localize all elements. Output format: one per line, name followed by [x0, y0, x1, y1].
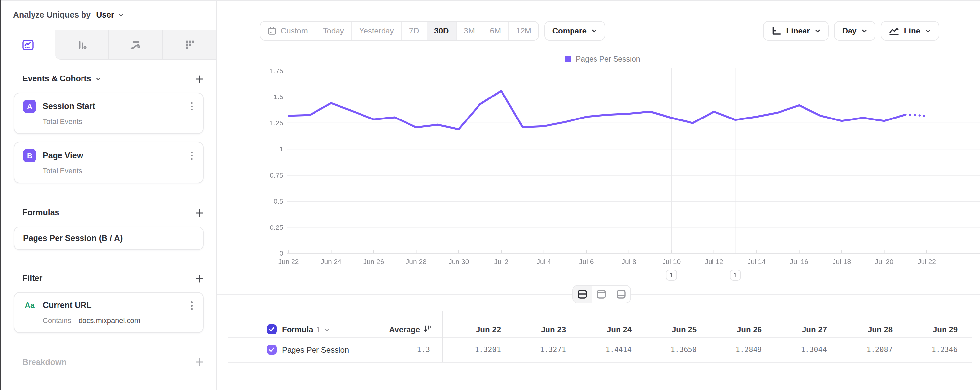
select-all-checkbox[interactable]: [267, 324, 277, 334]
event-card-session-start[interactable]: A Session Start Total Events: [14, 93, 204, 134]
insights-report: Analyze Uniques by User: [0, 0, 980, 390]
kebab-menu-icon[interactable]: [189, 100, 194, 113]
x-tick-label: Jul 22: [918, 258, 936, 265]
chevron-down-icon: [591, 28, 598, 34]
date-range-selector: Custom Today Yesterday 7D 30D 3M 6M 12M: [259, 21, 539, 41]
table-row-label[interactable]: Pages Per Session: [282, 346, 349, 355]
table-cell: 1.3044: [768, 346, 827, 354]
line-chart[interactable]: 00.250.50.7511.251.51.75Jun 22Jun 24Jun …: [267, 63, 980, 286]
add-formula-button[interactable]: [195, 208, 204, 217]
chevron-down-icon: [324, 327, 330, 333]
analyze-uniques-by-dropdown[interactable]: User: [96, 11, 115, 20]
event-name[interactable]: Page View: [43, 151, 182, 160]
range-custom-button[interactable]: Custom: [260, 22, 316, 40]
date-column-header[interactable]: Jun 28: [834, 325, 892, 334]
breakdown-section-header: Breakdown: [22, 357, 204, 368]
formula-column-header[interactable]: Formula1: [282, 325, 330, 334]
filter-operator[interactable]: Contains: [43, 317, 71, 324]
x-tick-label: Jul 20: [875, 258, 894, 265]
x-tick-label: Jun 30: [448, 258, 469, 265]
range-30d-button[interactable]: 30D: [427, 22, 457, 40]
table-row-divider: [228, 362, 972, 363]
filter-condition[interactable]: Containsdocs.mixpanel.com: [43, 317, 194, 324]
tab-flows[interactable]: [108, 30, 162, 59]
bar-chart-icon: [75, 38, 88, 51]
date-column-header[interactable]: Jun 25: [638, 325, 697, 334]
filter-section-title: Filter: [22, 274, 42, 283]
tab-retention[interactable]: [162, 30, 216, 59]
layout-chart-button[interactable]: [592, 285, 611, 303]
filter-value[interactable]: docs.mixpanel.com: [78, 317, 140, 324]
sort-descending-icon[interactable]: [423, 324, 431, 333]
add-breakdown-button[interactable]: [195, 358, 204, 367]
insights-line-chart-icon: [22, 39, 34, 51]
range-3m-button[interactable]: 3M: [457, 22, 482, 40]
range-12m-button[interactable]: 12M: [509, 22, 539, 40]
event-measure[interactable]: Total Events: [43, 117, 194, 125]
y-tick-label: 1.5: [274, 93, 283, 100]
formulas-section-header: Formulas: [22, 207, 204, 219]
x-tick-label: Jul 16: [790, 258, 808, 265]
y-tick-label: 0: [279, 249, 283, 257]
breakdown-section-title: Breakdown: [22, 358, 67, 367]
date-column-header[interactable]: Jun 22: [442, 325, 501, 334]
retention-grid-icon: [183, 38, 196, 51]
query-sections: Events & Cohorts A Session Start Total E…: [1, 60, 216, 368]
range-today-button[interactable]: Today: [316, 22, 352, 40]
layout-table-button[interactable]: [611, 285, 630, 303]
tab-bar-chart[interactable]: [54, 30, 108, 59]
range-7d-button[interactable]: 7D: [402, 22, 427, 40]
analyze-header: Analyze Uniques by User: [1, 1, 216, 30]
granularity-selector-button[interactable]: Day: [834, 21, 876, 41]
check-icon: [268, 346, 275, 353]
event-measure[interactable]: Total Events: [43, 167, 194, 174]
x-tick-label: Jul 2: [494, 258, 508, 265]
event-name[interactable]: Session Start: [43, 102, 182, 111]
event-card-page-view[interactable]: B Page View Total Events: [14, 142, 204, 183]
series-line: [288, 90, 905, 129]
date-column-header[interactable]: Jun 23: [507, 325, 566, 334]
filter-section-header: Filter: [22, 273, 204, 284]
filter-card-current-url[interactable]: Aa Current URL Containsdocs.mixpanel.com: [14, 292, 204, 333]
bottom-panel-view-icon: [616, 289, 626, 300]
formula-card[interactable]: Pages Per Session (B / A): [14, 227, 204, 250]
analyze-label: Analyze Uniques by: [13, 11, 91, 20]
row-checkbox[interactable]: [267, 345, 277, 355]
filter-property-name[interactable]: Current URL: [43, 301, 182, 310]
y-tick-label: 1.25: [270, 119, 283, 127]
range-6m-button[interactable]: 6M: [483, 22, 509, 40]
layout-toggle: [573, 285, 631, 303]
x-tick-label: Jul 4: [537, 258, 552, 265]
legend-swatch: [565, 56, 571, 62]
add-event-button[interactable]: [195, 75, 204, 83]
chart-type-selector-button[interactable]: Line: [881, 21, 939, 41]
average-column-header[interactable]: Average: [360, 325, 420, 334]
string-property-type-icon: Aa: [23, 302, 36, 309]
date-column-header[interactable]: Jun 29: [899, 325, 958, 334]
date-column-header[interactable]: Jun 24: [573, 325, 632, 334]
layout-split-button[interactable]: [573, 285, 592, 303]
series-line-incomplete: [905, 114, 927, 116]
y-tick-label: 0.75: [270, 171, 283, 179]
x-tick-label: Jul 18: [832, 258, 851, 265]
compare-button[interactable]: Compare: [544, 21, 606, 41]
scale-selector-button[interactable]: Linear: [764, 21, 829, 41]
annotation-count: 1: [733, 271, 737, 279]
tab-insights[interactable]: [1, 30, 54, 60]
chevron-down-icon: [118, 12, 124, 18]
add-filter-button[interactable]: [195, 274, 204, 283]
kebab-menu-icon[interactable]: [189, 149, 194, 162]
date-column-header[interactable]: Jun 26: [703, 325, 762, 334]
formulas-section-title: Formulas: [22, 208, 59, 217]
x-tick-label: Jun 22: [278, 258, 299, 265]
average-value: 1.3: [371, 346, 430, 354]
formula-expression[interactable]: Pages Per Session (B / A): [23, 234, 194, 243]
date-column-header[interactable]: Jun 27: [768, 325, 827, 334]
split-view-icon: [577, 289, 588, 300]
kebab-menu-icon[interactable]: [189, 300, 194, 312]
event-badge-b: B: [23, 149, 36, 162]
events-section-title[interactable]: Events & Cohorts: [22, 74, 101, 83]
range-yesterday-button[interactable]: Yesterday: [352, 22, 402, 40]
x-tick-label: Jul 10: [662, 258, 681, 265]
query-builder-sidebar: Analyze Uniques by User: [1, 1, 217, 390]
